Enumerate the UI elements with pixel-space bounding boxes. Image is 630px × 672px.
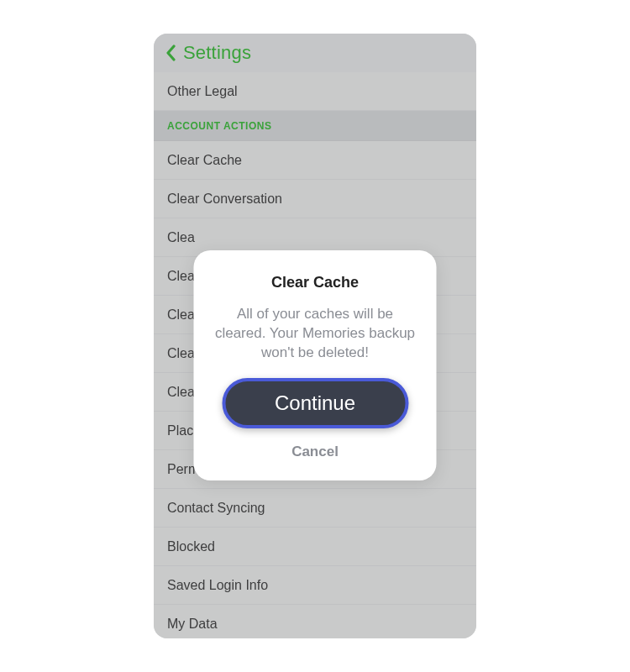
page-title: Settings xyxy=(183,42,251,64)
list-item-label: My Data xyxy=(167,617,218,632)
clear-cache-dialog: Clear Cache All of your caches will be c… xyxy=(194,250,437,480)
list-item-saved-login-info[interactable]: Saved Login Info xyxy=(154,566,476,605)
list-item-my-data[interactable]: My Data xyxy=(154,605,476,638)
list-item-contact-syncing[interactable]: Contact Syncing xyxy=(154,489,476,528)
list-item-label: Saved Login Info xyxy=(167,578,268,593)
back-chevron-icon[interactable] xyxy=(165,45,176,61)
settings-screen: Settings Other Legal ACCOUNT ACTIONS Cle… xyxy=(154,34,476,638)
list-item-label: Clea xyxy=(167,346,195,361)
list-item-label: Clear Cache xyxy=(167,153,242,168)
list-item-label: Contact Syncing xyxy=(167,501,265,516)
list-item-label: Clea xyxy=(167,307,195,323)
list-item-blocked[interactable]: Blocked xyxy=(154,528,476,566)
list-item-label: Clear Conversation xyxy=(167,192,282,207)
list-item-label: Blocked xyxy=(167,539,215,554)
list-item-clear-conversation[interactable]: Clear Conversation xyxy=(154,180,476,218)
dialog-title: Clear Cache xyxy=(211,274,420,291)
list-item-clear-cache[interactable]: Clear Cache xyxy=(154,141,476,180)
list-item-label: Other Legal xyxy=(167,84,238,99)
list-item-label: Clea xyxy=(167,230,195,245)
list-item-other-legal[interactable]: Other Legal xyxy=(154,72,476,111)
section-header-label: ACCOUNT ACTIONS xyxy=(167,120,271,132)
list-item-label: Clea xyxy=(167,269,195,284)
cancel-button[interactable]: Cancel xyxy=(285,440,345,464)
section-header-account-actions: ACCOUNT ACTIONS xyxy=(154,111,476,141)
dialog-body: All of your caches will be cleared. Your… xyxy=(211,305,420,363)
continue-button[interactable]: Continue xyxy=(222,378,408,428)
list-item-label: Clea xyxy=(167,385,195,400)
header: Settings xyxy=(154,34,476,72)
